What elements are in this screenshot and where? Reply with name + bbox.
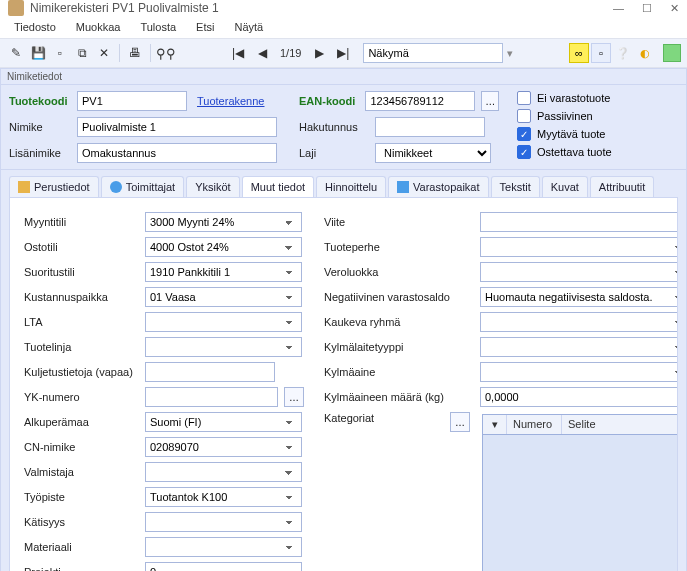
- myytava-label: Myytävä tuote: [537, 128, 605, 140]
- laji-select[interactable]: Nimikkeet: [375, 143, 491, 163]
- toolbar: ✎ 💾 ▫ ⧉ ✕ 🖶 ⚲⚲ |◀ ◀ 1/19 ▶ ▶| ▾ ∞ ▫ ❔ ◐: [0, 38, 687, 68]
- tuoterakenne-link[interactable]: Tuoterakenne: [197, 95, 264, 107]
- tab-tekstit[interactable]: Tekstit: [491, 176, 540, 197]
- help-icon[interactable]: ❔: [613, 43, 633, 63]
- nav-first-icon[interactable]: |◀: [228, 43, 248, 63]
- tab-kuvat[interactable]: Kuvat: [542, 176, 588, 197]
- folder-icon: [18, 181, 30, 193]
- veroluokka-select[interactable]: [480, 262, 678, 282]
- nav-prev-icon[interactable]: ◀: [252, 43, 272, 63]
- tuoteperhe-label: Tuoteperhe: [324, 241, 474, 253]
- tool-delete-icon[interactable]: ✕: [94, 43, 114, 63]
- link-icon[interactable]: ∞: [569, 43, 589, 63]
- refresh-icon[interactable]: [663, 44, 681, 62]
- tuotekoodi-label: Tuotekoodi: [9, 95, 71, 107]
- cat-col-selite[interactable]: Selite: [562, 415, 678, 434]
- materiaali-select[interactable]: [145, 537, 302, 557]
- nimike-input[interactable]: [77, 117, 277, 137]
- lta-label: LTA: [24, 316, 139, 328]
- kylmaaine-label: Kylmäaine: [324, 366, 474, 378]
- nav-next-icon[interactable]: ▶: [309, 43, 329, 63]
- kylmamaara-input[interactable]: [480, 387, 678, 407]
- kylmamaara-label: Kylmäaineen määrä (kg): [324, 391, 474, 403]
- valmistaja-select[interactable]: [145, 462, 302, 482]
- tool-edit-icon[interactable]: ✎: [6, 43, 26, 63]
- kustannuspaikka-select[interactable]: 01 Vaasa: [145, 287, 302, 307]
- ean-input[interactable]: [365, 91, 475, 111]
- maximize-button[interactable]: ☐: [642, 2, 652, 15]
- nav-last-icon[interactable]: ▶|: [333, 43, 353, 63]
- yk-input[interactable]: [145, 387, 278, 407]
- tyopiste-select[interactable]: Tuotantok K100: [145, 487, 302, 507]
- kuljetus-label: Kuljetustietoja (vapaa): [24, 366, 139, 378]
- neg-label: Negatiivinen varastosaldo: [324, 291, 474, 303]
- cn-select[interactable]: 02089070: [145, 437, 302, 457]
- kuljetus-input[interactable]: [145, 362, 275, 382]
- viite-label: Viite: [324, 216, 474, 228]
- separator: [150, 44, 151, 62]
- ean-browse-button[interactable]: …: [481, 91, 499, 111]
- viite-input[interactable]: [480, 212, 678, 232]
- neg-select[interactable]: Huomauta negatiivisesta saldosta.: [480, 287, 678, 307]
- separator: [119, 44, 120, 62]
- tool-save-icon[interactable]: 💾: [28, 43, 48, 63]
- myytava-checkbox[interactable]: ✓: [517, 127, 531, 141]
- tab-muut-tiedot[interactable]: Muut tiedot: [242, 176, 314, 197]
- tool-find-icon[interactable]: ⚲⚲: [156, 43, 176, 63]
- tool-print-icon[interactable]: 🖶: [125, 43, 145, 63]
- kylmatyyppi-select[interactable]: [480, 337, 678, 357]
- lisanimike-input[interactable]: [77, 143, 277, 163]
- tab-hinnoittelu[interactable]: Hinnoittelu: [316, 176, 386, 197]
- tab-content: Myyntitili3000 Myynti 24% Ostotili4000 O…: [9, 197, 678, 571]
- cat-col-numero[interactable]: Numero: [507, 415, 562, 434]
- page-icon[interactable]: ▫: [591, 43, 611, 63]
- passiivinen-checkbox[interactable]: [517, 109, 531, 123]
- tuotelinja-select[interactable]: [145, 337, 302, 357]
- ostettava-checkbox[interactable]: ✓: [517, 145, 531, 159]
- menu-view[interactable]: Näytä: [226, 18, 271, 36]
- yk-browse-button[interactable]: …: [284, 387, 304, 407]
- alku-select[interactable]: Suomi (FI): [145, 412, 302, 432]
- cn-label: CN-nimike: [24, 441, 139, 453]
- tool-new-icon[interactable]: ▫: [50, 43, 70, 63]
- ei-varasto-label: Ei varastotuote: [537, 92, 610, 104]
- view-select[interactable]: [363, 43, 503, 63]
- kaukeva-label: Kaukeva ryhmä: [324, 316, 474, 328]
- tab-toimittajat[interactable]: Toimittajat: [101, 176, 185, 197]
- projekti-select[interactable]: 0: [145, 562, 302, 571]
- ostotili-select[interactable]: 4000 Ostot 24%: [145, 237, 302, 257]
- cat-filter-icon[interactable]: ▾: [483, 415, 507, 434]
- tab-varastopaikat[interactable]: Varastopaikat: [388, 176, 488, 197]
- menu-file[interactable]: Tiedosto: [6, 18, 64, 36]
- tyopiste-label: Työpiste: [24, 491, 139, 503]
- minimize-button[interactable]: —: [613, 2, 624, 15]
- ean-label: EAN-koodi: [299, 95, 359, 107]
- myyntitili-select[interactable]: 3000 Myynti 24%: [145, 212, 302, 232]
- hakutunnus-input[interactable]: [375, 117, 485, 137]
- ostettava-label: Ostettava tuote: [537, 146, 612, 158]
- kategoriat-browse-button[interactable]: …: [450, 412, 470, 432]
- tab-yksikot[interactable]: Yksiköt: [186, 176, 239, 197]
- yk-label: YK-numero: [24, 391, 139, 403]
- close-button[interactable]: ✕: [670, 2, 679, 15]
- lta-select[interactable]: [145, 312, 302, 332]
- katisyys-select[interactable]: [145, 512, 302, 532]
- kategoriat-grid[interactable]: ▾ Numero Selite: [482, 414, 678, 571]
- kaukeva-select[interactable]: [480, 312, 678, 332]
- tuoteperhe-select[interactable]: [480, 237, 678, 257]
- bulb-icon[interactable]: ◐: [635, 43, 655, 63]
- tuotekoodi-input[interactable]: [77, 91, 187, 111]
- kylmaaine-select[interactable]: [480, 362, 678, 382]
- suoritustili-select[interactable]: 1910 Pankkitili 1: [145, 262, 302, 282]
- ostotili-label: Ostotili: [24, 241, 139, 253]
- menu-print[interactable]: Tulosta: [132, 18, 184, 36]
- section-title: Nimiketiedot: [1, 69, 686, 85]
- ei-varasto-checkbox[interactable]: [517, 91, 531, 105]
- titlebar: Nimikerekisteri PV1 Puolivalmiste 1 — ☐ …: [0, 0, 687, 16]
- tool-copy-icon[interactable]: ⧉: [72, 43, 92, 63]
- menu-edit[interactable]: Muokkaa: [68, 18, 129, 36]
- menu-search[interactable]: Etsi: [188, 18, 222, 36]
- dropdown-icon[interactable]: ▾: [507, 47, 513, 60]
- tab-attribuutit[interactable]: Attribuutit: [590, 176, 654, 197]
- tab-perustiedot[interactable]: Perustiedot: [9, 176, 99, 197]
